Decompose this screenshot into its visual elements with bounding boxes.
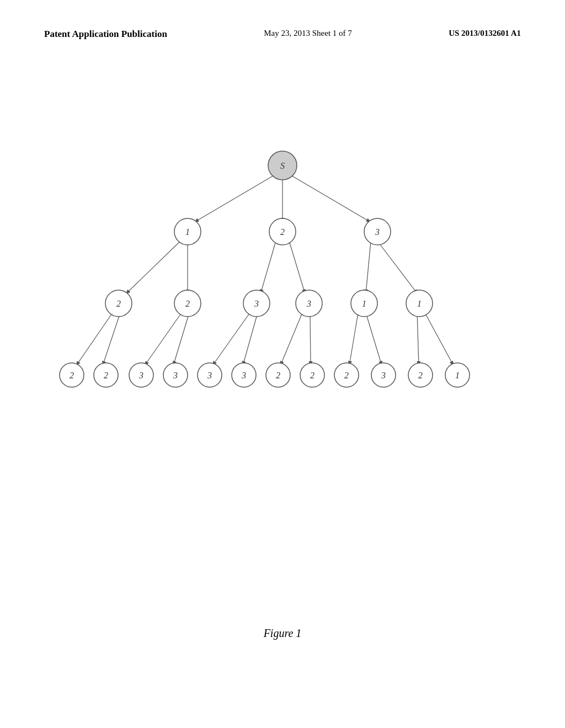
node-l1-1: 1	[174, 218, 201, 245]
node-l3-4: 3	[163, 363, 188, 387]
svg-text:3: 3	[207, 371, 212, 380]
svg-line-20	[417, 313, 419, 366]
node-l1-3: 3	[364, 218, 391, 245]
svg-text:3: 3	[138, 371, 143, 380]
svg-text:2: 2	[344, 371, 349, 380]
node-l2-2: 2	[174, 290, 201, 317]
svg-line-19	[366, 313, 382, 366]
svg-text:1: 1	[455, 371, 460, 380]
node-l3-3: 3	[129, 363, 153, 387]
node-l2-6: 1	[406, 290, 433, 317]
svg-line-17	[310, 313, 311, 366]
svg-text:1: 1	[362, 299, 366, 308]
node-l3-8: 2	[300, 363, 324, 387]
svg-text:3: 3	[375, 227, 380, 237]
node-l3-10: 3	[371, 363, 396, 387]
svg-text:2: 2	[418, 371, 423, 380]
svg-line-3	[290, 175, 371, 222]
node-l3-6: 3	[232, 363, 256, 387]
svg-text:2: 2	[104, 371, 108, 380]
node-l3-12: 1	[445, 363, 470, 387]
node-l3-7: 2	[266, 363, 290, 387]
node-l2-5: 1	[351, 290, 377, 317]
node-root: S	[268, 151, 297, 180]
svg-line-16	[280, 313, 302, 366]
svg-line-18	[349, 313, 358, 366]
svg-line-21	[425, 313, 454, 366]
svg-line-14	[212, 313, 250, 366]
svg-text:3: 3	[254, 299, 259, 308]
svg-text:2: 2	[116, 299, 121, 308]
svg-line-10	[76, 313, 113, 366]
svg-text:2: 2	[276, 371, 280, 380]
svg-text:2: 2	[280, 227, 285, 237]
svg-line-1	[194, 175, 275, 222]
node-l3-11: 2	[408, 363, 433, 387]
svg-text:2: 2	[310, 371, 315, 380]
patent-number-label: US 2013/0132601 A1	[449, 28, 521, 39]
node-l2-4: 3	[296, 290, 322, 317]
svg-line-4	[126, 241, 180, 294]
node-l3-9: 2	[334, 363, 359, 387]
svg-text:1: 1	[185, 227, 190, 237]
node-l3-2: 2	[94, 363, 118, 387]
svg-text:3: 3	[381, 371, 386, 380]
page-header: Patent Application Publication May 23, 2…	[0, 0, 565, 41]
node-l3-5: 3	[198, 363, 222, 387]
svg-text:2: 2	[70, 371, 74, 380]
svg-line-7	[289, 241, 305, 294]
svg-text:2: 2	[185, 299, 190, 308]
svg-line-15	[243, 313, 258, 366]
svg-text:S: S	[280, 161, 285, 170]
node-l1-2: 2	[269, 218, 296, 245]
svg-text:3: 3	[241, 371, 246, 380]
svg-line-6	[260, 241, 276, 294]
svg-text:3: 3	[306, 299, 311, 308]
svg-line-8	[366, 241, 371, 294]
svg-line-11	[103, 313, 120, 366]
svg-text:1: 1	[417, 299, 422, 308]
figure-diagram: S 1 2 3 2 2 3 3	[0, 110, 565, 441]
publication-label: Patent Application Publication	[44, 28, 167, 41]
figure-label: Figure 1	[264, 627, 302, 640]
date-sheet-label: May 23, 2013 Sheet 1 of 7	[264, 28, 352, 39]
node-l3-1: 2	[60, 363, 84, 387]
node-l2-1: 2	[105, 290, 132, 317]
svg-text:3: 3	[173, 371, 178, 380]
node-l2-3: 3	[243, 290, 270, 317]
svg-line-9	[377, 241, 418, 294]
